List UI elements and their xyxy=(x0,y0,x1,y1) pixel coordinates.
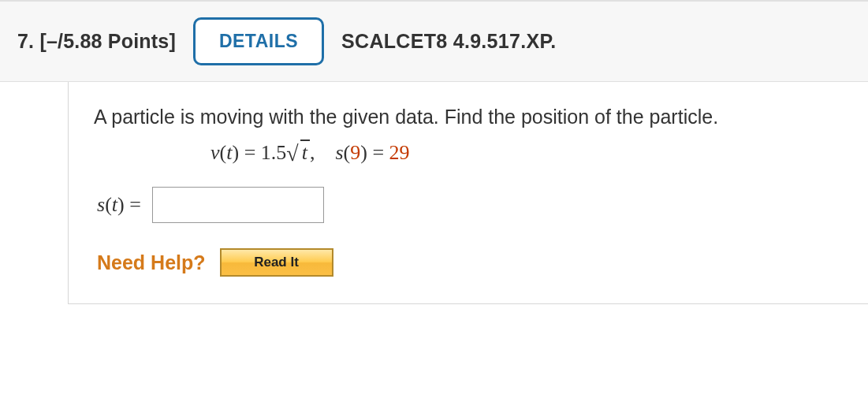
eq-s-arg: 9 xyxy=(350,141,360,164)
question-number: 7. xyxy=(17,30,34,52)
eq-v-eq: = 1.5 xyxy=(239,141,286,164)
question-points: [–/5.88 Points] xyxy=(39,30,176,52)
eq-s-eq: = xyxy=(367,141,389,164)
answer-label: s(t) = xyxy=(97,193,141,217)
answer-arg: t xyxy=(112,193,117,216)
eq-v-fn: v xyxy=(210,141,220,164)
question-content: A particle is moving with the given data… xyxy=(68,82,868,304)
answer-row: s(t) = xyxy=(94,187,843,223)
eq-s-val: 29 xyxy=(389,141,410,164)
sqrt-icon: √ xyxy=(286,141,298,166)
answer-input[interactable] xyxy=(152,187,324,223)
eq-v-rad: t xyxy=(300,139,310,164)
eq-s-fn: s xyxy=(335,141,343,164)
details-button[interactable]: DETAILS xyxy=(193,17,324,65)
answer-eq: = xyxy=(125,193,141,216)
eq-v-arg: t xyxy=(226,141,232,164)
question-prompt: A particle is moving with the given data… xyxy=(94,106,843,128)
equation-display: v(t) = 1.5√t,s(9) = 29 xyxy=(94,141,843,165)
help-row: Need Help? Read It xyxy=(94,248,843,277)
need-help-label: Need Help? xyxy=(97,251,206,274)
question-source: SCALCET8 4.9.517.XP. xyxy=(341,30,556,53)
read-it-button[interactable]: Read It xyxy=(220,248,333,277)
answer-fn: s xyxy=(97,193,105,216)
question-number-points: 7. [–/5.88 Points] xyxy=(17,30,176,53)
question-header: 7. [–/5.88 Points] DETAILS SCALCET8 4.9.… xyxy=(0,0,868,82)
eq-comma: , xyxy=(310,141,315,164)
